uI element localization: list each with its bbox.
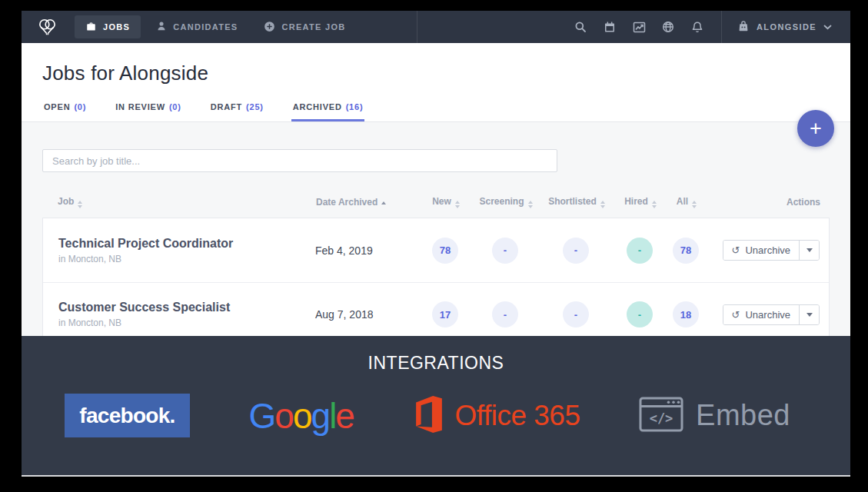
shortlisted-count-badge[interactable]: - <box>563 238 589 264</box>
table-row: Technical Project Coordinator in Moncton… <box>43 218 829 282</box>
job-cell[interactable]: Customer Success Specialist in Moncton, … <box>43 301 315 328</box>
google-letter: e <box>335 396 354 436</box>
tab-label: IN REVIEW <box>115 102 165 111</box>
embed-logo-text: Embed <box>696 399 790 432</box>
search-icon[interactable] <box>566 11 595 43</box>
job-location: in Moncton, NB <box>58 254 315 264</box>
integrations-section: INTEGRATIONS facebook. Google Office 365 <box>22 336 850 475</box>
page-title: Jobs for Alongside <box>42 62 830 85</box>
shortlisted-count-badge[interactable]: - <box>563 301 589 327</box>
account-label: ALONGSIDE <box>757 22 816 32</box>
sort-icon <box>455 201 460 208</box>
job-title: Customer Success Specialist <box>58 301 315 314</box>
calendar-icon[interactable] <box>595 11 624 43</box>
unarchive-label: Unarchive <box>745 309 790 321</box>
google-letter: g <box>311 396 330 436</box>
nav-item-label: JOBS <box>103 22 130 32</box>
column-header-shortlisted[interactable]: Shortlisted <box>536 196 617 208</box>
account-menu[interactable]: ALONGSIDE <box>722 11 850 43</box>
embed-logo[interactable]: </> Embed <box>639 397 790 435</box>
column-header-all[interactable]: All <box>663 196 710 208</box>
unarchive-dropdown-button[interactable] <box>799 305 819 324</box>
all-count-cell: 18 <box>663 301 709 327</box>
unarchive-label: Unarchive <box>745 244 790 256</box>
all-count-cell: 78 <box>663 238 709 264</box>
integrations-logos: facebook. Google Office 365 <box>22 394 850 437</box>
nav-item-candidates[interactable]: CANDIDATES <box>145 15 248 38</box>
date-archived-cell: Feb 4, 2019 <box>315 244 415 257</box>
tab-count: (25) <box>246 102 264 111</box>
all-count-badge[interactable]: 18 <box>673 301 699 327</box>
top-navbar: JOBS CANDIDATES CREATE JOB <box>22 11 850 43</box>
integrations-title: INTEGRATIONS <box>22 353 850 374</box>
alongside-logo-icon[interactable] <box>37 17 58 37</box>
screening-count-cell: - <box>475 238 535 264</box>
tab-label: DRAFT <box>211 102 242 111</box>
unarchive-icon: ↺ <box>732 244 740 256</box>
person-icon <box>156 21 167 33</box>
navbar-left: JOBS CANDIDATES CREATE JOB <box>37 11 361 43</box>
search-input[interactable] <box>42 149 557 172</box>
add-job-button[interactable]: + <box>797 110 834 147</box>
column-header-hired[interactable]: Hired <box>617 196 663 208</box>
tab-draft[interactable]: DRAFT (25) <box>209 102 265 121</box>
column-header-screening[interactable]: Screening <box>476 196 536 208</box>
navbar-divider <box>417 11 417 43</box>
google-letter: o <box>293 396 311 436</box>
column-header-date-archived[interactable]: Date Archived <box>316 197 416 208</box>
screening-count-cell: - <box>475 301 535 327</box>
actions-cell: ↺ Unarchive <box>709 240 829 261</box>
new-count-cell: 78 <box>415 238 475 264</box>
briefcase-icon <box>85 21 97 34</box>
sort-icon <box>528 201 533 208</box>
tab-open[interactable]: OPEN (0) <box>42 102 88 121</box>
unarchive-dropdown-button[interactable] <box>799 241 819 260</box>
google-letter: G <box>249 396 275 436</box>
hired-count-cell: - <box>617 301 663 327</box>
google-logo[interactable]: Google <box>249 395 354 437</box>
embed-code-window-icon: </> <box>639 397 683 435</box>
job-location: in Moncton, NB <box>58 317 315 328</box>
tab-in-review[interactable]: IN REVIEW (0) <box>114 102 183 121</box>
chevron-down-icon <box>823 22 832 32</box>
caret-down-icon <box>806 248 813 252</box>
sort-icon <box>600 201 605 208</box>
facebook-logo[interactable]: facebook. <box>65 394 190 437</box>
nav-item-label: CANDIDATES <box>173 22 238 32</box>
job-cell[interactable]: Technical Project Coordinator in Moncton… <box>43 237 315 264</box>
office-icon <box>413 396 445 436</box>
table-header-row: Job Date Archived New Screening Shortlis… <box>42 194 830 211</box>
nav-item-jobs[interactable]: JOBS <box>75 15 141 38</box>
bell-icon[interactable] <box>683 11 712 43</box>
globe-icon[interactable] <box>653 11 683 43</box>
hired-count-badge[interactable]: - <box>627 301 653 327</box>
office365-logo[interactable]: Office 365 <box>413 396 580 436</box>
tab-count: (0) <box>169 102 181 111</box>
column-header-new[interactable]: New <box>416 196 476 208</box>
facebook-logo-text: facebook. <box>79 404 175 428</box>
google-letter: o <box>274 396 293 436</box>
new-count-badge[interactable]: 78 <box>432 238 458 264</box>
screening-count-badge[interactable]: - <box>492 301 518 327</box>
nav-item-create-job[interactable]: CREATE JOB <box>253 15 356 38</box>
tab-count: (16) <box>346 102 364 111</box>
window-bottom-edge <box>22 475 850 477</box>
table-row: Customer Success Specialist in Moncton, … <box>43 282 829 336</box>
analytics-icon[interactable] <box>624 11 653 43</box>
hired-count-badge[interactable]: - <box>627 238 653 264</box>
column-header-job[interactable]: Job <box>42 196 316 208</box>
unarchive-button[interactable]: ↺ Unarchive <box>723 241 799 260</box>
caret-down-icon <box>806 313 813 317</box>
shortlisted-count-cell: - <box>535 238 617 264</box>
tab-archived[interactable]: ARCHIVED (16) <box>291 102 365 121</box>
new-count-badge[interactable]: 17 <box>432 301 458 327</box>
screening-count-badge[interactable]: - <box>492 238 518 264</box>
sort-icon <box>652 201 657 208</box>
unarchive-button[interactable]: ↺ Unarchive <box>723 305 799 324</box>
unarchive-icon: ↺ <box>732 309 740 321</box>
tabs-bar: OPEN (0) IN REVIEW (0) DRAFT (25) ARCHIV… <box>42 102 364 121</box>
tab-count: (0) <box>74 102 86 111</box>
tab-label: ARCHIVED <box>293 102 342 111</box>
hired-count-cell: - <box>617 238 663 264</box>
all-count-badge[interactable]: 78 <box>673 238 699 264</box>
